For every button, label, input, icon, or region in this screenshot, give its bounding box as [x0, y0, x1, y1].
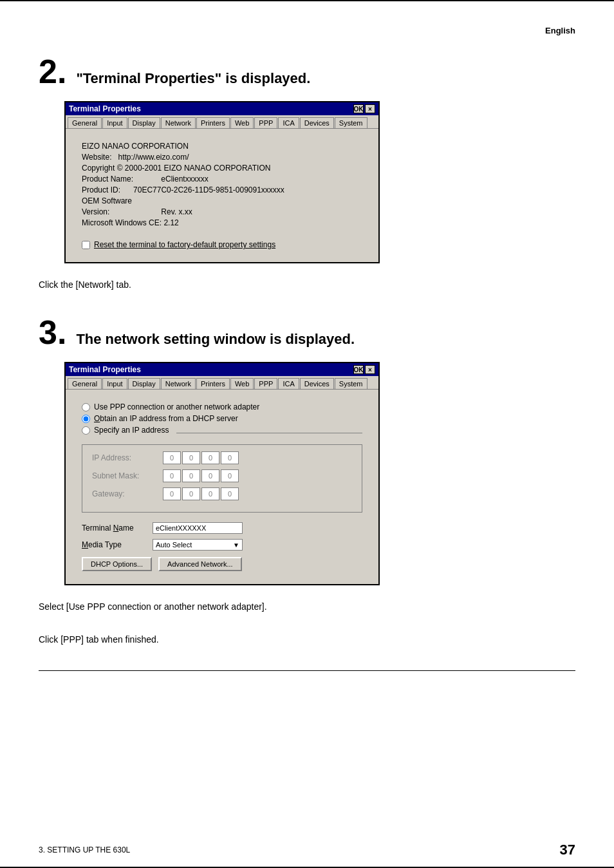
terminal-name-input[interactable]: [153, 522, 243, 534]
subnet-oct3[interactable]: 0: [201, 469, 219, 482]
dhcp-options-button[interactable]: DHCP Options...: [82, 557, 152, 571]
tab-ica-2[interactable]: ICA: [278, 378, 299, 389]
product-id-label: Product ID:: [82, 185, 120, 194]
tab-system-1[interactable]: System: [335, 117, 367, 128]
terminal-content-2: Use PPP connection or another network ad…: [66, 390, 378, 584]
page-footer: 3. SETTING UP THE 630L 37: [0, 842, 614, 858]
media-type-select[interactable]: Auto Select ▼: [153, 539, 243, 551]
ip-oct1[interactable]: 0: [163, 451, 181, 464]
ip-oct2[interactable]: 0: [182, 451, 200, 464]
radio-ppp: Use PPP connection or another network ad…: [82, 402, 362, 411]
radio-ppp-input[interactable]: [82, 403, 90, 411]
reset-label-underline: Reset the terminal to factory-default pr…: [94, 240, 275, 249]
subnet-oct4[interactable]: 0: [221, 469, 239, 482]
ok-button-2[interactable]: OK: [353, 365, 364, 374]
product-id-value: 70EC77C0-2C26-11D5-9851-009091xxxxxx: [133, 185, 284, 194]
gateway-oct3[interactable]: 0: [201, 487, 219, 500]
media-type-row: Media Type Auto Select ▼: [82, 539, 362, 551]
close-button-1[interactable]: ×: [365, 104, 375, 113]
ip-oct3[interactable]: 0: [201, 451, 219, 464]
ok-button-1[interactable]: OK: [353, 104, 364, 113]
radio-specify: Specify an IP address: [82, 426, 362, 435]
tab-network-1[interactable]: Network: [161, 117, 196, 128]
radio-specify-label: Specify an IP address: [94, 426, 169, 435]
tab-input-2[interactable]: Input: [102, 378, 127, 389]
tab-printers-2[interactable]: Printers: [196, 378, 230, 389]
ms-windows-line: Microsoft Windows CE: 2.12: [82, 218, 362, 227]
step-2-title: "Terminal Properties" is displayed.: [76, 70, 310, 87]
step-3-section: 3. The network setting window is display…: [39, 316, 575, 645]
step-3-instruction-2: Click [PPP] tab when finished.: [39, 634, 575, 645]
step-2-number: 2.: [39, 55, 66, 88]
tab-ica-1[interactable]: ICA: [278, 117, 299, 128]
copyright-line: Copyright © 2000-2001 EIZO NANAO CORPORA…: [82, 164, 362, 173]
gateway-label: Gateway:: [92, 489, 163, 498]
terminal-window-2: Terminal Properties OK × General Input D…: [64, 362, 380, 585]
gateway-oct1[interactable]: 0: [163, 487, 181, 500]
product-name-line: Product Name: eClientxxxxxx: [82, 175, 362, 184]
tab-web-1[interactable]: Web: [230, 117, 254, 128]
tabs-1: General Input Display Network Printers W…: [66, 115, 378, 129]
step-2-section: 2. "Terminal Properties" is displayed. T…: [39, 55, 575, 290]
tab-network-2[interactable]: Network: [161, 378, 196, 389]
titlebar-2: Terminal Properties OK ×: [66, 363, 378, 376]
tab-devices-2[interactable]: Devices: [300, 378, 334, 389]
window-title-2: Terminal Properties: [69, 365, 141, 374]
tab-ppp-2[interactable]: PPP: [254, 378, 277, 389]
language-label: English: [39, 19, 575, 35]
close-button-2[interactable]: ×: [365, 365, 375, 374]
tabs-2: General Input Display Network Printers W…: [66, 376, 378, 390]
version-value: Rev. x.xx: [161, 207, 192, 216]
footer-chapter: 3. SETTING UP THE 630L: [39, 845, 130, 854]
step-3-number: 3.: [39, 316, 66, 349]
step-3-heading: 3. The network setting window is display…: [39, 316, 575, 349]
radio-specify-input[interactable]: [82, 426, 90, 435]
website-line: Website: http://www.eizo.com/: [82, 153, 362, 162]
tab-devices-1[interactable]: Devices: [300, 117, 334, 128]
tab-display-1[interactable]: Display: [128, 117, 160, 128]
specify-section: IP Address: 0 0 0 0 Subnet Mask: 0 0: [82, 444, 362, 513]
radio-dhcp-label: Obtain an IP address from a DHCP server: [94, 414, 238, 423]
terminal-content-1: EIZO NANAO CORPORATION Website: http://w…: [66, 129, 378, 262]
tab-web-2[interactable]: Web: [230, 378, 254, 389]
titlebar-buttons-2: OK ×: [353, 365, 375, 374]
subnet-mask-label: Subnet Mask:: [92, 471, 163, 480]
footer-separator: [39, 670, 575, 671]
tab-display-2[interactable]: Display: [128, 378, 160, 389]
bottom-fields: Terminal Name Media Type Auto Select ▼: [82, 522, 362, 551]
tab-ppp-1[interactable]: PPP: [254, 117, 277, 128]
tab-general-1[interactable]: General: [68, 117, 102, 128]
product-id-line: Product ID: 70EC77C0-2C26-11D5-9851-0090…: [82, 185, 362, 194]
ip-address-fields: 0 0 0 0: [163, 451, 239, 464]
radio-ppp-label: Use PPP connection or another network ad…: [94, 402, 259, 411]
ip-address-row: IP Address: 0 0 0 0: [92, 451, 352, 464]
top-border: [0, 0, 614, 1]
website-value: http://www.eizo.com/: [118, 153, 189, 162]
footer-page: 37: [560, 842, 575, 858]
ip-oct4[interactable]: 0: [221, 451, 239, 464]
tab-general-2[interactable]: General: [68, 378, 102, 389]
subnet-oct1[interactable]: 0: [163, 469, 181, 482]
product-name-label: Product Name:: [82, 175, 159, 184]
tab-printers-1[interactable]: Printers: [196, 117, 230, 128]
terminal-name-label: Terminal Name: [82, 524, 153, 533]
window-title-1: Terminal Properties: [69, 104, 141, 113]
titlebar-1: Terminal Properties OK ×: [66, 102, 378, 115]
tab-system-2[interactable]: System: [335, 378, 367, 389]
advanced-network-button[interactable]: Advanced Network...: [158, 557, 242, 571]
radio-dhcp-input[interactable]: [82, 415, 90, 423]
gateway-oct2[interactable]: 0: [182, 487, 200, 500]
subnet-oct2[interactable]: 0: [182, 469, 200, 482]
reset-checkbox[interactable]: [82, 241, 90, 249]
radio-group: Use PPP connection or another network ad…: [82, 402, 362, 435]
gateway-oct4[interactable]: 0: [221, 487, 239, 500]
reset-label: Reset the terminal to factory-default pr…: [94, 240, 275, 249]
ms-windows-label: Microsoft Windows CE:: [82, 218, 162, 227]
terminal-window-1: Terminal Properties OK × General Input D…: [64, 101, 380, 263]
gateway-fields: 0 0 0 0: [163, 487, 239, 500]
reset-section: Reset the terminal to factory-default pr…: [82, 240, 362, 249]
ip-address-label: IP Address:: [92, 453, 163, 462]
ms-windows-value: 2.12: [163, 218, 178, 227]
tab-input-1[interactable]: Input: [102, 117, 127, 128]
media-type-label: Media Type: [82, 540, 153, 549]
